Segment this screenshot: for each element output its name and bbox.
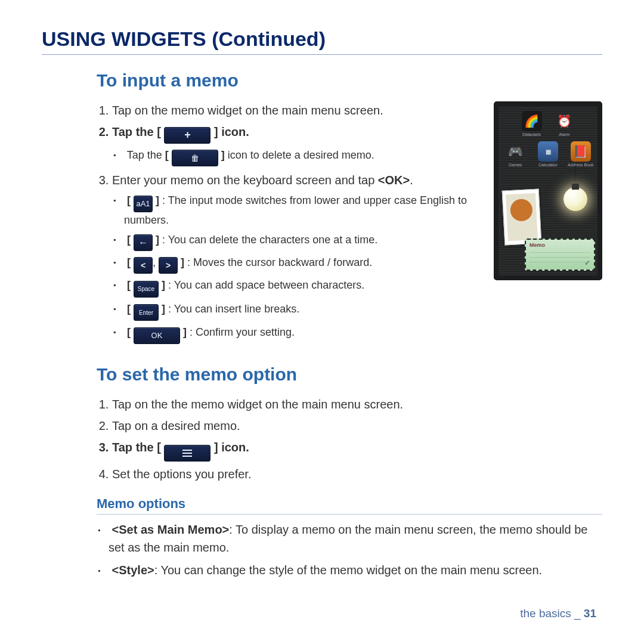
ok-icon: OK — [134, 327, 180, 344]
sub-backspace: [ ] : You can delete the characters one … — [124, 232, 482, 251]
alarm-clock-icon: ⏰ — [555, 111, 575, 131]
app-address-book: 📕 Address Book — [567, 141, 594, 167]
option-set-main-memo: <Set as Main Memo>: To display a memo on… — [109, 521, 602, 556]
aA1-icon: aA1 — [134, 196, 153, 212]
back-arrow-icon — [134, 234, 153, 251]
sub-space: [ Space ] : You can add space between ch… — [124, 277, 482, 298]
sub-arrows: [ , ] : Moves the cursor backward / forw… — [124, 255, 482, 274]
set-step-2: Tap on a desired memo. — [112, 417, 602, 435]
lightbulb-icon — [564, 187, 587, 211]
lightbulb-graphic — [562, 166, 589, 211]
page-footer: the basics _ 31 — [520, 607, 596, 620]
calculator-icon: ▦ — [538, 141, 558, 162]
sub-aA1: [ aA1 ] : The input mode switches from l… — [124, 193, 482, 228]
plus-icon — [164, 127, 210, 144]
trash-icon — [172, 150, 218, 166]
address-book-icon: 📕 — [571, 141, 591, 162]
photo-thumbnail — [502, 188, 542, 245]
memo-widget: Memo ✓ — [525, 239, 595, 271]
menu-icon — [164, 445, 210, 462]
page-title: USING WIDGETS (Continued) — [42, 27, 602, 55]
set-step-1: Tap on the the memo widget on the main m… — [112, 395, 602, 413]
device-screenshot: 🌈 Datacasts ⏰ Alarm 🎮 Games — [494, 101, 602, 280]
sub-enter: [ Enter ] : You can insert line breaks. — [124, 301, 482, 321]
memo-options-list: <Set as Main Memo>: To display a memo on… — [97, 521, 602, 579]
step-1: Tap on the memo widget on the main menu … — [112, 101, 482, 119]
enter-icon: Enter — [134, 304, 159, 321]
app-calculator: ▦ Calculator — [535, 141, 562, 167]
section-input-memo-heading: To input a memo — [97, 70, 602, 91]
signal-icon: 🌈 — [522, 111, 542, 131]
option-style: <Style>: You can change the style of the… — [109, 561, 602, 579]
step-3: Enter your memo on the keyboard screen a… — [112, 171, 482, 344]
app-datacasts: 🌈 Datacasts — [518, 111, 545, 137]
set-memo-steps: Tap on the the memo widget on the main m… — [97, 395, 602, 483]
step-2: Tap the [ ] icon. Tap the [ ] icon to de… — [112, 123, 482, 166]
memo-options-heading: Memo options — [97, 496, 602, 515]
cursor-right-icon — [159, 257, 178, 274]
space-icon: Space — [134, 281, 159, 298]
check-icon: ✓ — [584, 259, 590, 267]
gamepad-icon: 🎮 — [505, 141, 525, 162]
set-step-4: Set the options you prefer. — [112, 465, 602, 483]
section-set-memo-heading: To set the memo option — [97, 364, 602, 385]
step-2-sub: Tap the [ ] icon to delete a desired mem… — [124, 147, 482, 167]
input-memo-steps: Tap on the memo widget on the main menu … — [97, 101, 482, 344]
app-alarm: ⏰ Alarm — [551, 111, 578, 137]
cursor-left-icon — [134, 257, 153, 274]
app-games: 🎮 Games — [502, 141, 529, 167]
set-step-3: Tap the [ ] icon. — [112, 438, 602, 462]
sub-ok: [ OK ] : Confirm your setting. — [124, 324, 482, 344]
